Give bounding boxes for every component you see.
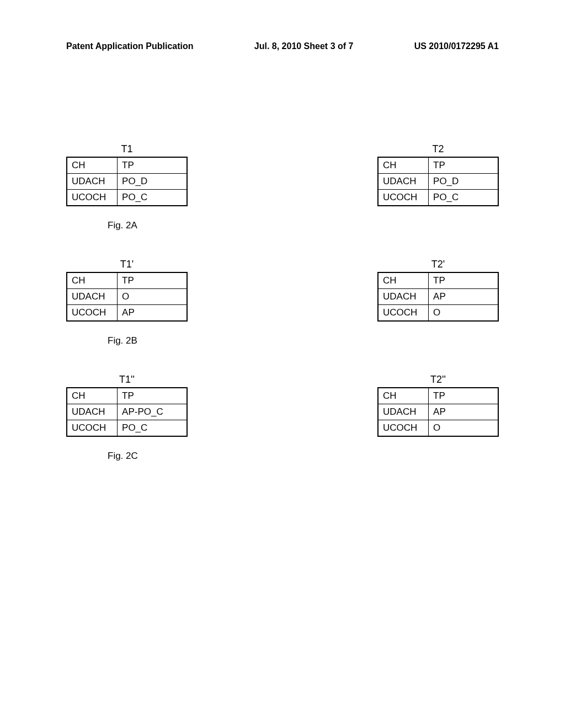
cell: UDACH (378, 289, 429, 305)
table-row: CHTP (378, 388, 498, 404)
table-t2-prime-title: T2' (377, 259, 499, 270)
table-t2-dprime: T2'' CHTP UDACHAP UCOCHO (377, 374, 499, 437)
figure-2a-caption: Fig. 2A (108, 220, 499, 231)
cell: UCOCH (378, 305, 429, 322)
cell: CH (67, 272, 118, 289)
cell: AP (118, 305, 187, 322)
table-row: UCOCHO (378, 420, 498, 437)
cell: UDACH (378, 404, 429, 420)
cell: UDACH (67, 404, 118, 420)
table-t2-title: T2 (377, 143, 499, 155)
table-t1-dprime: T1'' CHTP UDACHAP-PO_C UCOCHPO_C (66, 374, 188, 437)
table-t1: T1 CHTP UDACHPO_D UCOCHPO_C (66, 143, 188, 206)
cell: TP (429, 272, 498, 289)
cell: CH (378, 272, 429, 289)
cell: CH (378, 157, 429, 174)
cell: CH (67, 157, 118, 174)
cell: UDACH (67, 289, 118, 305)
figure-2a-tables: T1 CHTP UDACHPO_D UCOCHPO_C T2 CHTP UDAC… (66, 143, 499, 206)
cell: CH (378, 388, 429, 404)
cell: UDACH (378, 174, 429, 190)
table-t1-dprime-title: T1'' (66, 374, 188, 386)
table-row: CHTP (67, 388, 187, 404)
header-date-sheet: Jul. 8, 2010 Sheet 3 of 7 (254, 41, 354, 51)
table-row: UCOCHO (378, 305, 498, 322)
cell: TP (429, 157, 498, 174)
table-row: UCOCHAP (67, 305, 187, 322)
table-t2-dprime-title: T2'' (377, 374, 499, 386)
cell: PO_C (118, 420, 187, 437)
table-t1-grid: CHTP UDACHPO_D UCOCHPO_C (66, 157, 188, 206)
table-row: UCOCHPO_C (67, 190, 187, 206)
figure-2c-caption: Fig. 2C (108, 451, 499, 462)
cell: CH (67, 388, 118, 404)
table-row: CHTP (67, 157, 187, 174)
figure-2b-caption: Fig. 2B (108, 335, 499, 346)
table-row: UDACHO (67, 289, 187, 305)
figure-content: T1 CHTP UDACHPO_D UCOCHPO_C T2 CHTP UDAC… (0, 143, 565, 489)
cell: UCOCH (67, 305, 118, 322)
table-row: UDACHAP (378, 289, 498, 305)
header-publication-number: US 2010/0172295 A1 (414, 41, 499, 51)
cell: PO_C (429, 190, 498, 206)
table-row: UDACHAP-PO_C (67, 404, 187, 420)
figure-2b-tables: T1' CHTP UDACHO UCOCHAP T2' CHTP UDACHAP… (66, 259, 499, 322)
cell: TP (118, 388, 187, 404)
table-row: UDACHAP (378, 404, 498, 420)
table-row: UCOCHPO_C (67, 420, 187, 437)
table-t1-prime-title: T1' (66, 259, 188, 270)
cell: TP (118, 272, 187, 289)
cell: PO_D (118, 174, 187, 190)
cell: AP-PO_C (118, 404, 187, 420)
table-t1-title: T1 (66, 143, 188, 155)
table-row: CHTP (378, 157, 498, 174)
cell: AP (429, 404, 498, 420)
cell: UCOCH (378, 420, 429, 437)
cell: O (429, 420, 498, 437)
cell: PO_D (429, 174, 498, 190)
table-t1-prime-grid: CHTP UDACHO UCOCHAP (66, 272, 188, 322)
cell: UDACH (67, 174, 118, 190)
cell: UCOCH (67, 420, 118, 437)
table-t2-prime: T2' CHTP UDACHAP UCOCHO (377, 259, 499, 322)
cell: PO_C (118, 190, 187, 206)
table-t1-dprime-grid: CHTP UDACHAP-PO_C UCOCHPO_C (66, 387, 188, 437)
figure-2c-tables: T1'' CHTP UDACHAP-PO_C UCOCHPO_C T2'' CH… (66, 374, 499, 437)
cell: O (429, 305, 498, 322)
table-t2-dprime-grid: CHTP UDACHAP UCOCHO (377, 387, 499, 437)
table-row: CHTP (67, 272, 187, 289)
table-row: UDACHPO_D (378, 174, 498, 190)
cell: O (118, 289, 187, 305)
table-t2-grid: CHTP UDACHPO_D UCOCHPO_C (377, 157, 499, 206)
cell: AP (429, 289, 498, 305)
table-row: UDACHPO_D (67, 174, 187, 190)
header-publication-type: Patent Application Publication (66, 41, 194, 51)
cell: TP (118, 157, 187, 174)
table-row: UCOCHPO_C (378, 190, 498, 206)
table-row: CHTP (378, 272, 498, 289)
cell: UCOCH (67, 190, 118, 206)
cell: TP (429, 388, 498, 404)
table-t2-prime-grid: CHTP UDACHAP UCOCHO (377, 272, 499, 322)
page-header: Patent Application Publication Jul. 8, 2… (0, 41, 565, 51)
table-t2: T2 CHTP UDACHPO_D UCOCHPO_C (377, 143, 499, 206)
cell: UCOCH (378, 190, 429, 206)
table-t1-prime: T1' CHTP UDACHO UCOCHAP (66, 259, 188, 322)
